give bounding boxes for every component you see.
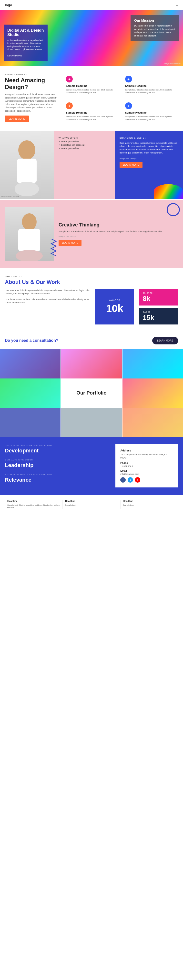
footer-section-development: EXCEPTEUR SINT OCCAECAT CUPIDATAT Develo… [5, 444, 111, 454]
creative-learn-more-button[interactable]: LEARN MORE [59, 240, 82, 246]
headline-card-2: ◈ Sample Headline Sample text. Click to … [123, 73, 178, 96]
portfolio-cell-6 [122, 379, 183, 408]
about-label: ABOUT COMPANY [5, 73, 59, 76]
youtube-icon[interactable]: ▶ [135, 477, 140, 482]
zigzag-decoration [50, 239, 57, 258]
bottom-col-1-title: Headline [7, 500, 60, 503]
bottom-col-2-title: Headline [65, 500, 118, 503]
bottom-col-1: Headline Sample text. Click to select th… [5, 500, 63, 509]
creative-title: Creative Thinking [59, 222, 178, 228]
creative-image-credit: Images from Freepik [59, 235, 178, 237]
card-1-title: Sample Headline [66, 84, 117, 88]
bottom-links-section: Headline Sample text. Click to select th… [0, 495, 183, 514]
svg-rect-4 [18, 229, 40, 251]
svg-point-0 [18, 140, 35, 160]
mission-title: Our Mission [134, 19, 176, 22]
development-title: Development [5, 447, 111, 454]
social-icons-group: f t ▶ [120, 477, 173, 482]
leadership-col: QUIS AUTE IURE DOLOR Leadership [5, 459, 111, 468]
clients-number: 8k [143, 295, 175, 302]
email-label: Email [120, 469, 173, 472]
twitter-icon[interactable]: t [128, 477, 133, 482]
menu-icon[interactable]: ≡ [175, 2, 178, 8]
woman-illustration [5, 207, 54, 261]
email-value: info@example.com [120, 473, 173, 475]
consultation-section: Do you need a consultation? LEARN MORE [0, 332, 183, 349]
portfolio-cell-3 [122, 349, 183, 379]
card-1-body: Sample text. Click to select the text bo… [66, 89, 117, 94]
bottom-col-3: Headline Sample text. [120, 500, 178, 509]
creative-person-image [5, 207, 54, 261]
branding-offer-content: WHAT WE OFFER: Lorem ipsum dolor Excepte… [54, 130, 115, 199]
svg-point-6 [167, 204, 179, 216]
need-design-cards: ◈ Sample Headline Sample text. Click to … [63, 73, 178, 123]
bottom-col-3-title: Headline [123, 500, 176, 503]
headline-card-4: ◈ Sample Headline Sample text. Click to … [123, 100, 178, 123]
hero-mission-box: Our Mission Duis aute irure dolor in rep… [130, 15, 179, 41]
phone-label: Phone [120, 462, 173, 465]
portfolio-cell-2 [61, 349, 122, 379]
portfolio-section: Our Portfolio [0, 349, 183, 437]
hero-learn-more-link[interactable]: LEARN MORE [7, 54, 22, 57]
card-4-title: Sample Headline [125, 111, 176, 114]
need-design-left: ABOUT COMPANY Need Amazing Design? Parag… [5, 73, 59, 123]
about-para-2: Ut enim ad minim veniam, quis nostrud ex… [5, 298, 90, 304]
branding-what-label: WHAT WE OFFER: [59, 137, 110, 139]
branding-person-image [0, 130, 54, 199]
development-col: EXCEPTEUR SINT OCCAECAT CUPIDATAT Develo… [5, 444, 111, 454]
portfolio-cell-9 [122, 408, 183, 437]
consultation-learn-more-button[interactable]: LEARN MORE [152, 337, 178, 344]
bottom-col-3-body: Sample text. [123, 504, 176, 506]
creative-section: Creative Thinking Sample text. Lorem ips… [0, 200, 183, 268]
card-3-body: Sample text. Click to select the text bo… [66, 115, 117, 121]
need-design-title: Need Amazing Design? [5, 77, 59, 91]
facebook-icon[interactable]: f [120, 477, 126, 482]
card-3-icon: ◈ [66, 102, 73, 109]
need-design-learn-more-button[interactable]: LEARN MORE [5, 116, 29, 122]
about-title: About Us & Our Work [5, 279, 178, 285]
leadership-subtitle: QUIS AUTE IURE DOLOR [5, 459, 111, 461]
branding-section: WHAT WE OFFER: Lorem ipsum dolor Excepte… [0, 130, 183, 199]
bottom-col-2-body: Sample text. [65, 504, 118, 506]
clients-stat-card: CLIENTS 8k [139, 289, 178, 305]
relevance-subtitle: EXCEPTEUR SINT OCCAECAT CUPIDATAT [5, 473, 111, 476]
portfolio-row-2: Our Portfolio [0, 379, 183, 408]
about-grid: Duis aute irure dolor in reprehenderit i… [5, 289, 178, 325]
brand-image-credit: Image from Freepik [120, 158, 178, 160]
relevance-col: EXCEPTEUR SINT OCCAECAT CUPIDATAT Releva… [5, 473, 111, 483]
navbar: logo ≡ [0, 0, 183, 10]
footer-sections-group: EXCEPTEUR SINT OCCAECAT CUPIDATAT Develo… [5, 444, 111, 487]
offer-item-2: Excepteur sint occaecat [59, 144, 110, 146]
portfolio-row-3 [0, 408, 183, 437]
cases-number: 15k [143, 314, 175, 321]
contact-card: Address 1600 Amphitheatre Parkway, Mount… [116, 444, 178, 487]
stats-column: CLIENTS 8k CASES 15k [139, 289, 178, 325]
brand-body: Duis aute irure dolor in reprehenderit i… [120, 142, 178, 155]
awards-label: AWARDS [109, 299, 120, 301]
awards-card: AWARDS 10k [95, 289, 134, 325]
footer-top-section: EXCEPTEUR SINT OCCAECAT CUPIDATAT Develo… [0, 437, 183, 495]
development-subtitle: EXCEPTEUR SINT OCCAECAT CUPIDATAT [5, 444, 111, 446]
branding-image-credit: Images from Freepik [1, 195, 19, 197]
portfolio-title-cell: Our Portfolio [61, 379, 122, 408]
svg-point-5 [16, 250, 43, 261]
hero-body: Duis aute irure dolor in reprehenderit i… [7, 39, 44, 51]
portfolio-row-1 [0, 349, 183, 379]
portfolio-cell-1 [0, 349, 61, 379]
card-1-icon: ◈ [66, 76, 73, 83]
bottom-col-1-body: Sample text. Click to select the text bo… [7, 504, 60, 509]
address-label: Address [120, 449, 173, 452]
footer-section-leadership: QUIS AUTE IURE DOLOR Leadership [5, 459, 111, 468]
address-text: 1600 Amphitheatre Parkway, Mountain View… [120, 453, 173, 460]
hero-title: Digital Art & Design Studio [7, 28, 44, 37]
need-design-section: ABOUT COMPANY Need Amazing Design? Parag… [0, 66, 183, 130]
offer-item-3: Lorem ipsum dolor [59, 147, 110, 150]
hero-text-box: Digital Art & Design Studio Duis aute ir… [4, 25, 48, 61]
footer-section-relevance: EXCEPTEUR SINT OCCAECAT CUPIDATAT Releva… [5, 473, 111, 483]
portfolio-title: Our Portfolio [76, 390, 106, 396]
portfolio-cell-4 [0, 379, 61, 408]
creative-content: Creative Thinking Sample text. Lorem ips… [59, 222, 178, 246]
card-2-title: Sample Headline [125, 84, 176, 88]
branding-learn-more-button[interactable]: LEARN MORE [120, 162, 143, 168]
card-2-icon: ◈ [125, 76, 132, 83]
